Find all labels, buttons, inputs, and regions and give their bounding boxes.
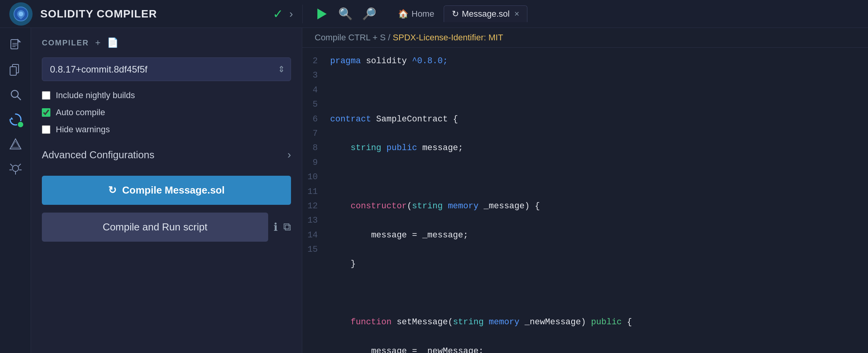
top-bar-right: 🔍 🔎 🏠 Home ↻ Message.sol × (302, 5, 868, 23)
code-content[interactable]: pragma solidity ^0.8.0; contract SampleC… (327, 48, 868, 353)
panel-header-title: COMPILER (42, 38, 89, 47)
nightly-builds-checkbox[interactable] (42, 91, 50, 100)
code-area[interactable]: 2 3 4 5 6 7 8 9 10 11 12 13 14 15 pragma… (302, 48, 868, 353)
svg-line-16 (19, 164, 21, 166)
status-check-icon: ✓ (273, 7, 283, 21)
compile-run-row: Compile and Run script ℹ ⧉ (42, 213, 291, 242)
tab-close-icon[interactable]: × (514, 9, 519, 19)
sol-file-icon: ↻ (452, 9, 459, 19)
advanced-config-row[interactable]: Advanced Configurations › (42, 142, 291, 168)
compiler-version-wrapper: 0.8.17+commit.8df45f5f 0.8.16+commit.07a… (42, 57, 291, 81)
copy-script-icon[interactable]: ⧉ (283, 221, 291, 234)
auto-compile-label: Auto compile (56, 107, 105, 118)
panel-header: COMPILER + 📄 (42, 37, 291, 48)
zoom-in-button[interactable]: 🔍 (337, 5, 354, 22)
svg-rect-3 (11, 40, 18, 49)
add-file-icon[interactable]: + (95, 37, 101, 48)
nightly-builds-label: Include nightly builds (56, 90, 135, 100)
top-bar-actions: ✓ › (273, 7, 293, 21)
tab-message-sol[interactable]: ↻ Message.sol × (444, 5, 527, 22)
sidebar-item-search[interactable] (5, 84, 26, 106)
spdx-hint: SPDX-License-Identifier: MIT (393, 33, 503, 42)
svg-rect-8 (10, 67, 16, 75)
compile-label: Compile Message.sol (122, 184, 224, 196)
compiler-panel: COMPILER + 📄 0.8.17+commit.8df45f5f 0.8.… (31, 28, 302, 353)
app-title: SOLIDITY COMPILER (40, 8, 157, 20)
hint-prefix: Compile CTRL + S / (315, 33, 393, 42)
compiler-active-badge (17, 121, 24, 128)
hide-warnings-label: Hide warnings (56, 125, 110, 135)
home-icon: 🏠 (398, 9, 408, 19)
line-numbers: 2 3 4 5 6 7 8 9 10 11 12 13 14 15 (302, 48, 327, 353)
hide-warnings-checkbox[interactable] (42, 125, 50, 134)
sidebar-item-copy[interactable] (5, 59, 26, 81)
code-editor: Compile CTRL + S / SPDX-License-Identifi… (302, 28, 868, 353)
zoom-out-button[interactable]: 🔎 (360, 5, 378, 22)
sidebar-item-files[interactable] (5, 34, 26, 56)
compile-button[interactable]: ↻ Compile Message.sol (42, 176, 291, 205)
top-bar: SOLIDITY COMPILER ✓ › 🔍 🔎 🏠 Home ↻ Messa… (0, 0, 868, 28)
svg-line-10 (17, 97, 21, 100)
info-icon[interactable]: ℹ (274, 221, 278, 234)
breadcrumb-chevron-icon: › (289, 8, 293, 20)
auto-compile-row: Auto compile (42, 107, 291, 118)
run-button[interactable] (312, 5, 331, 23)
svg-point-13 (12, 165, 19, 171)
app-logo (9, 2, 33, 26)
compile-icon: ↻ (108, 184, 117, 196)
file-doc-icon[interactable]: 📄 (107, 37, 119, 48)
compile-run-button[interactable]: Compile and Run script (42, 213, 268, 242)
svg-point-1 (19, 12, 23, 16)
advanced-config-arrow-icon: › (288, 149, 291, 161)
nightly-builds-row: Include nightly builds (42, 90, 291, 100)
hide-warnings-row: Hide warnings (42, 125, 291, 135)
tabs-area: 🏠 Home ↻ Message.sol × (390, 5, 527, 22)
main-content: COMPILER + 📄 0.8.17+commit.8df45f5f 0.8.… (0, 28, 868, 353)
editor-hint: Compile CTRL + S / SPDX-License-Identifi… (302, 28, 868, 48)
advanced-config-label: Advanced Configurations (42, 149, 155, 161)
sidebar-item-compiler[interactable] (5, 109, 26, 130)
auto-compile-checkbox[interactable] (42, 108, 50, 117)
tab-home-label: Home (412, 9, 434, 19)
tab-home[interactable]: 🏠 Home (390, 6, 442, 22)
sidebar-item-debug[interactable] (5, 158, 26, 180)
sidebar-item-deploy[interactable] (5, 133, 26, 155)
tab-active-label: Message.sol (462, 9, 510, 19)
sidebar-icons (0, 28, 31, 353)
svg-marker-2 (317, 9, 327, 19)
top-bar-left: SOLIDITY COMPILER ✓ › (0, 2, 302, 26)
svg-line-15 (10, 164, 12, 166)
compiler-version-select[interactable]: 0.8.17+commit.8df45f5f 0.8.16+commit.07a… (42, 57, 291, 81)
